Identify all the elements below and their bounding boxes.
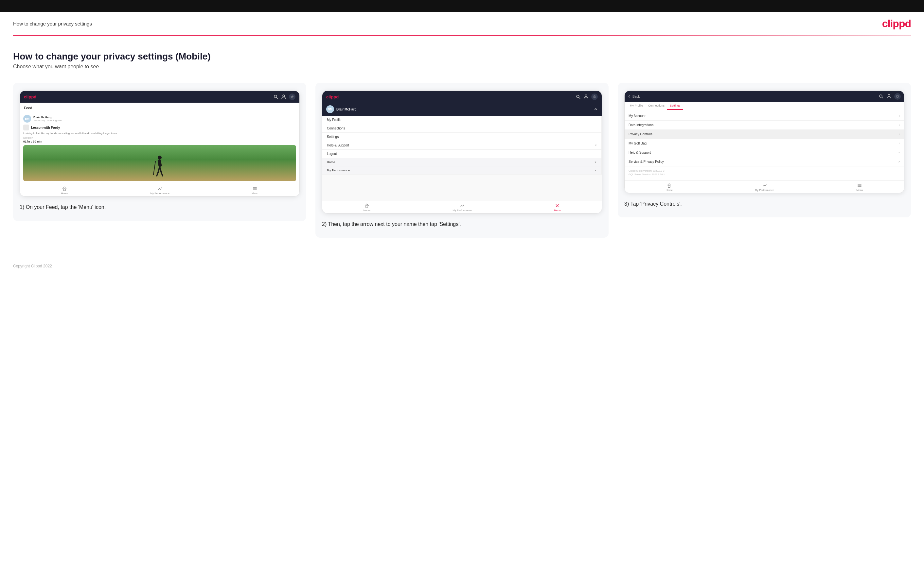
svg-line-10 (153, 161, 155, 174)
avatar: BM (23, 115, 31, 122)
settings-item-serviceprivacy[interactable]: Service & Privacy Policy ↗ (625, 157, 904, 166)
svg-point-18 (594, 96, 595, 97)
svg-point-3 (292, 96, 293, 97)
nav-home: Home (61, 186, 68, 195)
phone-icons-1 (273, 93, 296, 100)
svg-point-24 (888, 95, 890, 97)
tab-settings[interactable]: Settings (667, 102, 683, 110)
phone-mockup-2: clippd BM Blair McHarg (322, 90, 602, 213)
svg-line-8 (157, 172, 158, 176)
phone-icons-3 (879, 93, 901, 100)
svg-rect-26 (668, 185, 670, 187)
version-line-1: Clippd Client Version: 2022.8.3-3 (628, 169, 900, 172)
phone-logo-2: clippd (326, 95, 339, 99)
card-3-caption: 3) Tap 'Privacy Controls'. (624, 200, 905, 208)
nav-menu-label-3: Menu (856, 189, 863, 192)
nav-performance-label-3: My Performance (755, 189, 774, 192)
external-icon-helpsupport: ↗ (898, 151, 900, 154)
svg-point-25 (897, 96, 898, 97)
logo: clippd (882, 18, 911, 30)
tab-myprofile[interactable]: My Profile (627, 102, 646, 110)
phone-bottom-nav-3: Home My Performance Menu (625, 181, 904, 193)
avatar-2: BM (326, 105, 334, 113)
menu-item-connections[interactable]: Connections (322, 124, 601, 133)
card-2: clippd BM Blair McHarg (315, 83, 609, 238)
phone-topbar-1: clippd (20, 91, 299, 103)
main-content: How to change your privacy settings (Mob… (0, 35, 924, 257)
nav-home-label: Home (61, 192, 68, 195)
nav-performance-label: My Performance (150, 192, 170, 195)
duration-value: 01 hr : 30 min (23, 140, 296, 143)
back-chevron-icon (628, 95, 631, 98)
nav-performance-2: My Performance (452, 203, 472, 212)
performance-icon (157, 186, 163, 191)
page-subheading: Choose what you want people to see (13, 64, 911, 69)
nav-performance-3: My Performance (755, 183, 774, 192)
search-icon (273, 94, 278, 99)
nav-home-label-2: Home (363, 209, 370, 212)
person-icon (281, 94, 286, 99)
settings-item-myaccount[interactable]: My Account › (625, 111, 904, 121)
copyright: Copyright Clippd 2022 (13, 264, 52, 268)
phone-icons-2 (575, 93, 598, 100)
svg-point-4 (158, 156, 162, 160)
nav-close-label: Menu (554, 209, 561, 212)
nav-menu-close[interactable]: Menu (554, 203, 561, 212)
svg-rect-19 (366, 206, 368, 208)
phone-bottom-nav-2: Home My Performance Menu (322, 201, 602, 213)
menu-item-logout[interactable]: Logout (322, 150, 601, 158)
settings-icon-btn-2 (591, 93, 598, 100)
phone-mockup-3: Back My Profile Connections Settings (624, 90, 905, 193)
tab-connections[interactable]: Connections (646, 102, 667, 110)
nav-home-3: Home (666, 183, 673, 192)
cards-row: clippd Feed BM (13, 83, 911, 238)
lesson-row: Lesson with Fordy (23, 124, 296, 131)
menu-section-performance[interactable]: My Performance ▼ (322, 166, 601, 174)
search-icon-3 (879, 94, 884, 99)
svg-point-22 (879, 95, 882, 97)
gear-icon (291, 95, 294, 98)
settings-icon-btn (289, 93, 296, 100)
top-bar (0, 0, 924, 12)
lesson-icon (23, 124, 29, 131)
chevron-up-icon (594, 107, 598, 111)
post-header: BM Blair McHarg Yesterday · Sunningdale (23, 115, 296, 122)
performance-icon-2 (460, 203, 465, 208)
duration-label: Duration (23, 136, 296, 139)
menu-item-settings[interactable]: Settings (322, 133, 601, 141)
phone-bottom-nav-1: Home My Performance Menu (20, 184, 299, 196)
person-icon-2 (583, 94, 589, 99)
external-icon-serviceprivacy: ↗ (898, 160, 900, 163)
settings-item-privacycontrols[interactable]: Privacy Controls › (625, 130, 904, 139)
svg-point-2 (283, 95, 285, 97)
menu-section-home[interactable]: Home ▼ (322, 158, 601, 166)
card-3: Back My Profile Connections Settings (618, 83, 911, 218)
settings-list: My Account › Data Integrations › Privacy… (625, 110, 904, 181)
performance-icon-3 (762, 183, 767, 188)
menu-user-row: BM Blair McHarg (322, 103, 602, 116)
menu-user-name: Blair McHarg (336, 108, 357, 111)
settings-item-dataintegrations[interactable]: Data Integrations › (625, 121, 904, 130)
golfer-silhouette (151, 155, 168, 178)
back-button[interactable]: Back (628, 95, 640, 98)
settings-icon-btn-3 (894, 93, 901, 100)
settings-item-helpsupport[interactable]: Help & Support ↗ (625, 148, 904, 157)
chevron-down-home: ▼ (594, 161, 597, 164)
settings-topbar: Back (625, 91, 904, 102)
lesson-desc: Looking to feel like my hands are exitin… (23, 132, 296, 135)
nav-menu[interactable]: Menu (252, 186, 258, 195)
chevron-down-performance: ▼ (594, 169, 597, 172)
settings-item-mygolfbag[interactable]: My Golf Bag › (625, 139, 904, 148)
menu-item-helpsupport[interactable]: Help & Support ↗ (322, 141, 601, 150)
nav-menu-3[interactable]: Menu (856, 183, 863, 192)
card-1-caption: 1) On your Feed, tap the 'Menu' icon. (19, 204, 300, 211)
menu-icon-3 (857, 183, 862, 188)
svg-rect-5 (157, 160, 162, 167)
svg-point-17 (585, 95, 587, 97)
menu-dropdown: My Profile Connections Settings Help & S… (322, 116, 602, 174)
nav-home-2: Home (363, 203, 370, 212)
menu-item-myprofile[interactable]: My Profile (322, 116, 601, 124)
arrow-dataintegrations: › (899, 123, 900, 127)
feed-tab: Feed (20, 103, 299, 112)
close-icon (555, 203, 560, 208)
